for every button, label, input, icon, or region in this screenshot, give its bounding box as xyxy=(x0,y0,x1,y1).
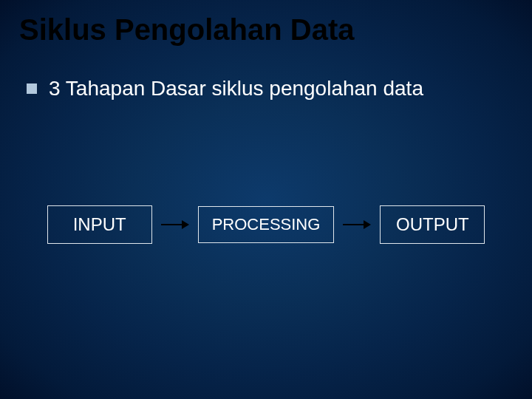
slide-title: Siklus Pengolahan Data xyxy=(19,13,354,47)
arrow-right-icon xyxy=(161,220,189,229)
flow-box-processing: PROCESSING xyxy=(198,206,335,243)
bullet-text: 3 Tahapan Dasar siklus pengolahan data xyxy=(49,77,423,100)
arrow-right-icon xyxy=(343,220,371,229)
flow-box-input: INPUT xyxy=(47,205,152,244)
flow-box-output: OUTPUT xyxy=(380,205,485,244)
flow-diagram: INPUT PROCESSING OUTPUT xyxy=(0,205,532,244)
bullet-item: 3 Tahapan Dasar siklus pengolahan data xyxy=(27,77,423,100)
square-bullet-icon xyxy=(27,83,37,94)
